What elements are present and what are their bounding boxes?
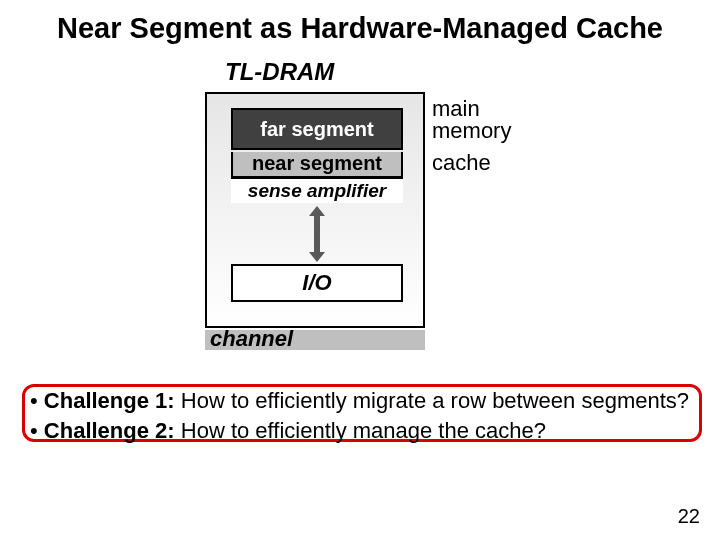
challenges-list: Challenge 1: How to efficiently migrate …: [30, 388, 690, 448]
internal-bus-arrow: [311, 206, 323, 262]
challenge-1-text: How to efficiently migrate a row between…: [175, 388, 689, 413]
main-memory-label: main memory: [432, 98, 511, 142]
slide-title: Near Segment as Hardware-Managed Cache: [0, 12, 720, 45]
arrow-down-icon: [309, 252, 325, 262]
cache-label: cache: [432, 150, 491, 176]
challenge-1-item: Challenge 1: How to efficiently migrate …: [30, 388, 690, 414]
slide: Near Segment as Hardware-Managed Cache T…: [0, 0, 720, 540]
page-number: 22: [678, 505, 700, 528]
dram-subarray-box: far segment near segment sense amplifier…: [205, 92, 425, 328]
main-memory-line2: memory: [432, 118, 511, 143]
challenge-2-label: Challenge 2:: [44, 418, 175, 443]
challenge-1-label: Challenge 1:: [44, 388, 175, 413]
channel-label: channel: [210, 326, 293, 352]
near-segment-box: near segment: [231, 152, 403, 178]
challenge-2-text: How to efficiently manage the cache?: [175, 418, 546, 443]
far-segment-box: far segment: [231, 108, 403, 150]
sense-amplifier-label: sense amplifier: [231, 177, 403, 203]
io-box: I/O: [231, 264, 403, 302]
tldram-label: TL-DRAM: [225, 58, 334, 86]
challenge-2-item: Challenge 2: How to efficiently manage t…: [30, 418, 690, 444]
arrow-shaft: [314, 214, 320, 254]
